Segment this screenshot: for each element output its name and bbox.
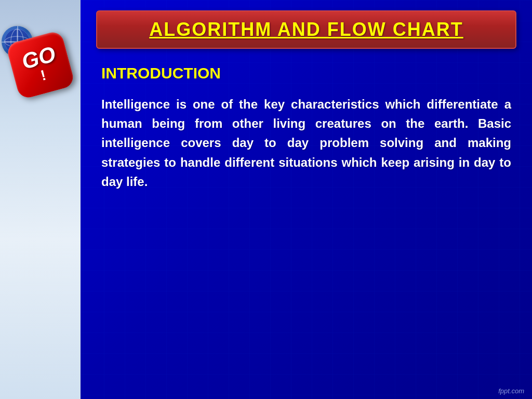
left-decoration: GO ! (0, 0, 81, 399)
main-content: ALGORITHM AND FLOW CHART INTRODUCTION In… (81, 0, 532, 399)
intro-heading: INTRODUCTION (101, 64, 516, 82)
go-button-exclaim: ! (39, 68, 47, 83)
slide-title: ALGORITHM AND FLOW CHART (149, 19, 463, 40)
go-button-container: GO ! (12, 36, 69, 94)
watermark: fppt.com (498, 387, 524, 395)
title-banner: ALGORITHM AND FLOW CHART (96, 10, 516, 49)
go-button-text: GO (19, 43, 58, 73)
slide: GO ! ALGORITHM AND FLOW CHART INTRODUCTI… (0, 0, 532, 399)
body-paragraph: Intelligence is one of the key character… (96, 95, 516, 191)
